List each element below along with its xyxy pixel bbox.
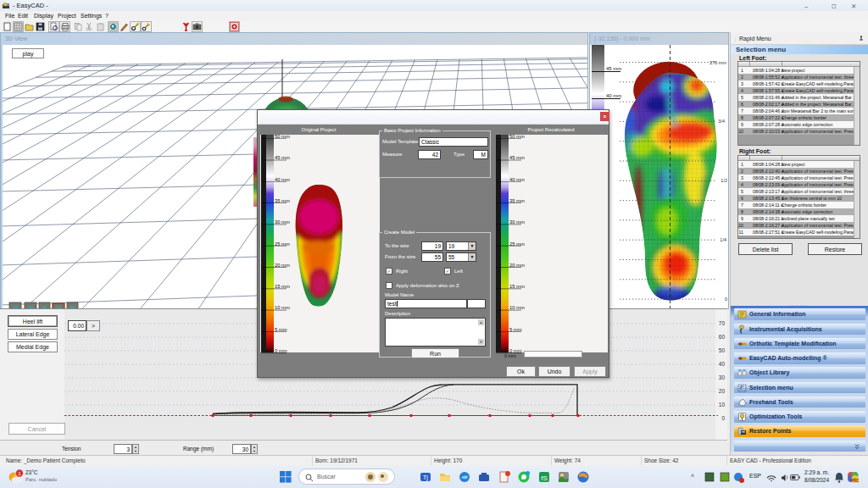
svg-text:0 mm: 0 mm bbox=[275, 348, 287, 353]
svg-text:40: 40 bbox=[719, 361, 726, 367]
svg-text:45 mm: 45 mm bbox=[275, 155, 290, 160]
svg-text:1/2: 1/2 bbox=[721, 178, 727, 183]
svg-text:35 mm: 35 mm bbox=[509, 198, 525, 203]
svg-text:40 mm: 40 mm bbox=[509, 177, 525, 182]
svg-text:50 mm: 50 mm bbox=[275, 134, 290, 139]
svg-text:20 mm: 20 mm bbox=[275, 263, 290, 268]
svg-text:15 mm: 15 mm bbox=[275, 284, 290, 289]
svg-text:40 mm: 40 mm bbox=[275, 177, 290, 182]
svg-text:50 mm: 50 mm bbox=[509, 134, 525, 139]
svg-text:10 mm: 10 mm bbox=[275, 305, 290, 310]
svg-text:10: 10 bbox=[719, 402, 726, 408]
svg-text:20: 20 bbox=[719, 388, 726, 394]
svg-text:30 mm: 30 mm bbox=[509, 219, 525, 225]
svg-text:70: 70 bbox=[719, 320, 726, 326]
svg-text:40 mm: 40 mm bbox=[606, 93, 621, 98]
svg-text:1/4: 1/4 bbox=[720, 237, 726, 242]
svg-text:0: 0 bbox=[721, 415, 725, 421]
svg-text:0: 0 bbox=[725, 297, 727, 302]
svg-text:35 mm: 35 mm bbox=[275, 198, 290, 203]
svg-text:45 mm: 45 mm bbox=[509, 155, 525, 160]
svg-text:60: 60 bbox=[719, 334, 726, 340]
svg-text:1: 1 bbox=[18, 470, 21, 476]
svg-text:50: 50 bbox=[719, 347, 726, 353]
svg-text:fS: fS bbox=[541, 474, 548, 482]
svg-text:25 mm: 25 mm bbox=[509, 241, 525, 247]
svg-text:276 mm: 276 mm bbox=[709, 60, 726, 65]
svg-text:5 mm: 5 mm bbox=[275, 327, 287, 332]
svg-text:PRO: PRO bbox=[851, 479, 859, 483]
svg-text:10 mm: 10 mm bbox=[509, 305, 525, 310]
svg-text:45 mm: 45 mm bbox=[606, 66, 621, 71]
svg-text:30 mm: 30 mm bbox=[275, 219, 290, 225]
svg-text:5 mm: 5 mm bbox=[509, 327, 522, 332]
svg-text:20 mm: 20 mm bbox=[509, 263, 525, 268]
svg-text:30: 30 bbox=[719, 374, 726, 380]
svg-text:Tj: Tj bbox=[423, 474, 428, 481]
svg-text:15 mm: 15 mm bbox=[509, 284, 525, 289]
svg-text:25 mm: 25 mm bbox=[275, 241, 290, 247]
svg-text:3/4: 3/4 bbox=[718, 119, 725, 124]
